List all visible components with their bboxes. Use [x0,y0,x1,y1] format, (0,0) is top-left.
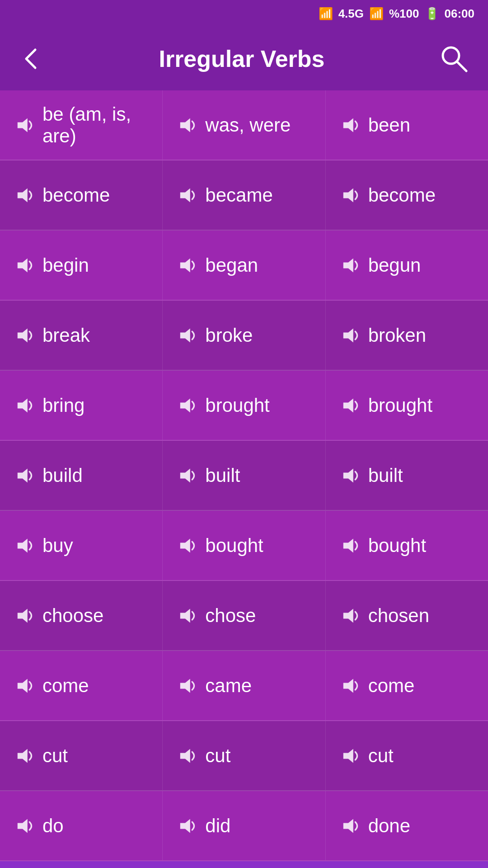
verb-list: be (am, is, are) was, were been become b… [0,90,488,861]
verb-cell-pastParticiple: become [326,160,488,230]
speaker-icon[interactable] [176,185,196,205]
verb-label: been [368,114,410,136]
table-row: choose chose chosen [0,581,488,651]
svg-marker-29 [18,749,28,763]
speaker-icon[interactable] [176,115,196,135]
wifi-icon: 📶 [319,7,333,21]
svg-marker-3 [180,118,190,132]
speaker-icon[interactable] [176,606,196,626]
speaker-icon[interactable] [176,396,196,415]
speaker-icon[interactable] [14,536,33,556]
speaker-icon[interactable] [176,255,196,275]
speaker-icon[interactable] [339,396,359,415]
verb-cell-past: cut [163,721,325,790]
speaker-icon[interactable] [14,606,33,626]
svg-marker-21 [180,538,190,552]
verb-cell-past: was, were [163,90,325,160]
svg-marker-14 [18,398,28,412]
svg-marker-11 [18,328,28,342]
speaker-icon[interactable] [339,185,359,205]
verb-cell-past: built [163,441,325,510]
speaker-icon[interactable] [339,326,359,345]
verb-label: brought [368,395,432,416]
verb-cell-base: be (am, is, are) [0,90,163,160]
signal-icon: 📶 [369,7,384,21]
speaker-icon[interactable] [176,676,196,696]
verb-label: buy [42,535,73,557]
verb-label: become [368,184,436,206]
speaker-icon[interactable] [14,255,33,275]
verb-cell-past: bought [163,511,325,580]
speaker-icon[interactable] [14,816,33,836]
speaker-icon[interactable] [339,746,359,766]
speaker-icon[interactable] [339,115,359,135]
verb-cell-base: choose [0,581,163,650]
table-row: cut cut cut [0,721,488,791]
verb-label: cut [42,745,68,767]
svg-marker-33 [180,819,190,833]
table-row: break broke broken [0,301,488,371]
speaker-icon[interactable] [176,466,196,486]
battery-label: %100 [389,7,419,21]
verb-label: became [205,184,272,206]
speaker-icon[interactable] [14,326,33,345]
speaker-icon[interactable] [14,185,33,205]
verb-label: came [205,675,252,697]
table-row: come came come [0,651,488,721]
speaker-icon[interactable] [176,326,196,345]
svg-marker-15 [180,398,190,412]
speaker-icon[interactable] [176,536,196,556]
verb-cell-pastParticiple: come [326,651,488,720]
svg-marker-24 [180,609,190,623]
svg-marker-4 [343,118,353,132]
svg-marker-5 [18,188,28,202]
table-row: buy bought bought [0,511,488,581]
speaker-icon[interactable] [339,466,359,486]
svg-marker-8 [18,258,28,272]
table-row: do did done [0,791,488,861]
svg-marker-9 [180,258,190,272]
verb-cell-past: did [163,791,325,860]
verb-label: cut [368,745,394,767]
verb-cell-pastParticiple: bought [326,511,488,580]
verb-cell-base: begin [0,231,163,300]
svg-marker-25 [343,609,353,623]
svg-marker-12 [180,328,190,342]
verb-cell-pastParticiple: built [326,441,488,510]
verb-cell-pastParticiple: begun [326,231,488,300]
svg-marker-32 [18,819,28,833]
speaker-icon[interactable] [14,115,33,135]
verb-label: come [368,675,415,697]
speaker-icon[interactable] [14,676,33,696]
speaker-icon[interactable] [14,396,33,415]
speaker-icon[interactable] [339,816,359,836]
svg-marker-19 [343,468,353,482]
speaker-icon[interactable] [339,606,359,626]
table-row: become became become [0,160,488,231]
speaker-icon[interactable] [14,746,33,766]
search-button[interactable] [438,43,470,75]
speaker-icon[interactable] [339,676,359,696]
svg-marker-18 [180,468,190,482]
speaker-icon[interactable] [339,536,359,556]
verb-label: bought [205,535,263,557]
svg-marker-6 [180,188,190,202]
verb-cell-base: bring [0,371,163,440]
verb-label: was, were [205,114,291,136]
table-row: build built built [0,441,488,511]
verb-label: chose [205,605,256,627]
verb-cell-base: come [0,651,163,720]
svg-marker-13 [343,328,353,342]
speaker-icon[interactable] [14,466,33,486]
speaker-icon[interactable] [339,255,359,275]
verb-cell-pastParticiple: chosen [326,581,488,650]
svg-marker-22 [343,538,353,552]
back-button[interactable] [18,45,45,72]
svg-marker-28 [343,679,353,693]
status-icons: 📶 4.5G 📶 %100 🔋 06:00 [319,7,474,21]
speaker-icon[interactable] [176,816,196,836]
svg-marker-31 [343,749,353,763]
speaker-icon[interactable] [176,746,196,766]
verb-label: cut [205,745,230,767]
verb-label: did [205,815,230,837]
